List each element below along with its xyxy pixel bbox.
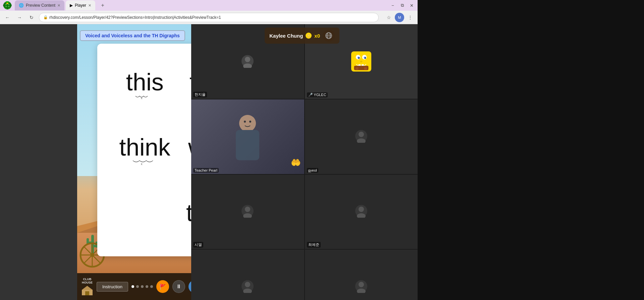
teacher-video: 🤲 bbox=[191, 99, 304, 174]
profile-button[interactable]: M bbox=[395, 13, 404, 22]
tab-favicon: ▶ bbox=[70, 3, 73, 8]
tab-favicon: 🌐 bbox=[19, 3, 24, 8]
lesson-header: Voiced and Voiceless and the TH Digraphs… bbox=[80, 28, 339, 44]
svg-text:x: x bbox=[141, 162, 143, 165]
progress-dots bbox=[131, 285, 153, 288]
svg-point-52 bbox=[365, 57, 366, 58]
url-text: rhdiscovery.com/Lesson/Player/42?Preview… bbox=[49, 15, 221, 20]
svg-text:x: x bbox=[141, 96, 143, 99]
participant-tile-shin: 신예은 bbox=[305, 250, 418, 300]
lesson-title-badge: Voiced and Voiceless and the TH Digraphs bbox=[80, 30, 185, 41]
right-overflow bbox=[418, 0, 644, 300]
participants-sidebar: 한지율 bbox=[191, 24, 418, 300]
participant-label-hanjiyul: 한지율 bbox=[193, 92, 207, 97]
svg-point-64 bbox=[359, 132, 364, 137]
flag-button[interactable]: 🚩 bbox=[156, 280, 169, 293]
svg-point-61 bbox=[244, 121, 246, 123]
participant-empty-avatar-2 bbox=[355, 129, 368, 144]
digraph-marks-this: x bbox=[135, 95, 155, 99]
word-text-this: this bbox=[126, 70, 164, 94]
tab-player[interactable]: ▶ Player ✕ bbox=[66, 0, 95, 10]
participant-empty-avatar-5 bbox=[241, 280, 254, 294]
window-controls: − ⧉ ✕ bbox=[389, 2, 415, 9]
participant-empty-avatar-4 bbox=[355, 204, 368, 219]
tab-preview-content[interactable]: 🌐 Preview Content ✕ bbox=[15, 0, 64, 10]
participant-tile-yoo: 유현준 bbox=[191, 250, 304, 300]
svg-point-73 bbox=[245, 282, 250, 287]
coin-icon: 🪙 bbox=[306, 33, 312, 39]
pause-button[interactable]: ⏸ bbox=[172, 280, 185, 293]
participant-tile-teacher: 🤲 Teacher Pearl bbox=[191, 99, 304, 174]
progress-dot-5 bbox=[150, 285, 153, 288]
word-item-this: this x bbox=[126, 70, 164, 99]
progress-dot-4 bbox=[146, 285, 148, 288]
word-item-think: think x bbox=[119, 135, 170, 165]
svg-point-51 bbox=[358, 57, 359, 58]
player-name-badge: Kaylee Chung 🪙 x0 bbox=[265, 28, 339, 44]
participant-label-siyeol: 시열 bbox=[193, 242, 203, 248]
svg-point-70 bbox=[359, 207, 364, 212]
browser-actions: ☆ M ⋮ bbox=[384, 13, 415, 22]
close-button[interactable]: ✕ bbox=[408, 2, 415, 9]
svg-point-55 bbox=[360, 60, 362, 62]
progress-dot-1 bbox=[131, 285, 134, 288]
title-bar: 🌐 Preview Content ✕ ▶ Player ✕ + − ⧉ ✕ bbox=[0, 0, 418, 11]
svg-rect-57 bbox=[356, 67, 359, 70]
svg-point-76 bbox=[359, 282, 364, 287]
minimize-button[interactable]: − bbox=[389, 2, 396, 9]
url-bar[interactable]: 🔒 rhdiscovery.com/Lesson/Player/42?Previ… bbox=[39, 13, 379, 22]
participant-label-gyeol: gyeol bbox=[307, 168, 318, 173]
svg-rect-60 bbox=[236, 130, 259, 160]
svg-point-43 bbox=[245, 57, 250, 62]
teacher-gesture: 🤲 bbox=[291, 158, 301, 167]
word-text-think: think bbox=[119, 135, 170, 159]
maximize-button[interactable]: ⧉ bbox=[399, 2, 406, 9]
svg-rect-58 bbox=[364, 67, 367, 70]
tab-label: Preview Content bbox=[26, 3, 55, 8]
clubhouse-button[interactable]: CLUB HOUSE bbox=[81, 278, 93, 295]
participant-label-choi: 최예준 bbox=[307, 242, 321, 248]
main-content: Voiced and Voiceless and the TH Digraphs… bbox=[0, 24, 418, 300]
security-lock-icon: 🔒 bbox=[43, 15, 48, 19]
forward-button[interactable]: → bbox=[15, 13, 24, 22]
coin-count: x0 bbox=[314, 33, 320, 39]
back-button[interactable]: ← bbox=[3, 13, 12, 22]
participant-label-teacher: Teacher Pearl bbox=[193, 168, 219, 173]
menu-button[interactable]: ⋮ bbox=[406, 13, 415, 22]
tab-close-btn[interactable]: ✕ bbox=[57, 3, 60, 8]
mic-icon: 🎤 bbox=[308, 93, 313, 97]
player-name-text: Kaylee Chung bbox=[269, 33, 303, 39]
lesson-title-text: Voiced and Voiceless and the TH Digraphs bbox=[85, 33, 180, 38]
browser-logo bbox=[3, 1, 12, 10]
svg-rect-41 bbox=[85, 291, 89, 295]
tab-label: Player bbox=[75, 3, 86, 8]
browser-window: 🌐 Preview Content ✕ ▶ Player ✕ + − ⧉ ✕ ←… bbox=[0, 0, 418, 300]
svg-point-62 bbox=[249, 121, 251, 123]
participant-tile-siyeol: 시열 bbox=[191, 175, 304, 249]
participant-empty-avatar-6 bbox=[355, 280, 368, 294]
progress-dot-3 bbox=[141, 285, 144, 288]
digraph-marks-think: x bbox=[131, 160, 158, 165]
address-bar: ← → ↻ 🔒 rhdiscovery.com/Lesson/Player/42… bbox=[0, 11, 418, 24]
globe-button[interactable] bbox=[323, 30, 335, 42]
svg-point-67 bbox=[245, 207, 250, 212]
participant-tile-choi: 최예준 bbox=[305, 175, 418, 249]
progress-dot-2 bbox=[136, 285, 139, 288]
clubhouse-label-line2: HOUSE bbox=[82, 281, 93, 285]
participant-empty-avatar-3 bbox=[241, 204, 254, 219]
participant-label-yglec: 🎤 YGLEC bbox=[307, 92, 328, 97]
participant-tile-gyeol: gyeol bbox=[305, 99, 418, 174]
svg-point-59 bbox=[239, 115, 256, 132]
spongebob-avatar bbox=[351, 51, 371, 72]
reload-button[interactable]: ↻ bbox=[27, 13, 36, 22]
new-tab-button[interactable]: + bbox=[98, 1, 107, 10]
participant-empty-avatar bbox=[241, 54, 254, 69]
section-button[interactable]: Instruction bbox=[97, 282, 128, 292]
svg-marker-40 bbox=[82, 286, 93, 290]
tab-close-btn[interactable]: ✕ bbox=[88, 3, 91, 8]
bookmark-button[interactable]: ☆ bbox=[384, 13, 393, 22]
